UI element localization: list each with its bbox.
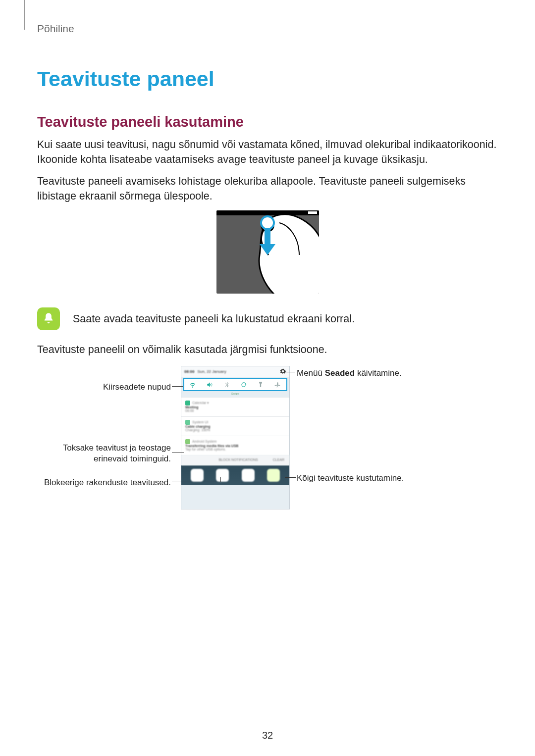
notif-app: Android System xyxy=(192,440,216,443)
swipe-down-arrow-icon xyxy=(260,215,275,256)
battery-icon xyxy=(185,420,190,425)
notif-app: System UI xyxy=(192,420,208,424)
status-time: 08:00 xyxy=(184,369,194,374)
leader-line xyxy=(172,482,220,482)
notif-title: Cable charging xyxy=(185,425,285,428)
leader-line xyxy=(172,386,183,387)
breadcrumb: Põhiline xyxy=(37,23,498,35)
play-store-icon[interactable] xyxy=(242,469,255,482)
paragraph-3: Teavituste paneelil on võimalik kasutada… xyxy=(37,342,498,357)
callout-bold: Seaded xyxy=(325,368,355,378)
qs-sublabel: Swipe xyxy=(181,391,289,397)
notif-sub: Tap for other USB options. xyxy=(185,448,285,451)
page-title: Teavituste paneel xyxy=(37,67,498,91)
leader-line xyxy=(285,477,296,478)
android-icon xyxy=(185,439,190,444)
figure-swipe-down xyxy=(37,210,498,294)
wifi-icon[interactable] xyxy=(189,381,196,388)
paragraph-1: Kui saate uusi teavitusi, nagu sõnumid v… xyxy=(37,137,498,167)
notif-app: Calendar xyxy=(192,401,206,404)
quick-settings-row[interactable] xyxy=(183,378,287,391)
note-row: Saate avada teavituste paneeli ka lukust… xyxy=(37,307,498,330)
callout-post: käivitamine. xyxy=(355,368,401,378)
figure-notification-panel: 08:00 Sun, 22 January Swipe Calendar ▾ M… xyxy=(37,366,498,529)
calendar-icon xyxy=(185,401,190,405)
notification-item-1[interactable]: Calendar ▾ Meeting 08:00 xyxy=(181,397,289,416)
callout-settings-menu: Menüü Seaded käivitamine. xyxy=(297,368,402,378)
notif-sub: 08:00 xyxy=(185,409,285,412)
note-text: Saate avada teavituste paneeli ka lukust… xyxy=(73,313,355,325)
notification-item-2[interactable]: System UI Cable charging Charging: 100% xyxy=(181,416,289,436)
clear-notifications-button[interactable]: CLEAR xyxy=(273,458,284,461)
browser-app-icon[interactable] xyxy=(216,469,229,482)
notification-item-3[interactable]: Android System Transferring media files … xyxy=(181,436,289,455)
gear-icon[interactable] xyxy=(279,368,286,376)
mail-app-icon[interactable] xyxy=(191,469,204,482)
phone-dock xyxy=(181,465,289,485)
hand-icon xyxy=(245,210,319,294)
notif-title: Transferring media files via USB xyxy=(185,444,285,448)
leader-line xyxy=(286,372,295,372)
callout-quick-settings: Kiirseadete nupud xyxy=(37,382,171,392)
top-rule-decoration xyxy=(24,0,25,30)
callout-line: Toksake teavitust ja teostage xyxy=(63,443,171,453)
status-date: Sun, 22 January xyxy=(197,369,226,374)
rotation-icon[interactable] xyxy=(240,381,247,388)
notif-sub: Charging: 100% xyxy=(185,428,285,432)
section-title: Teavituste paneeli kasutamine xyxy=(37,114,498,130)
callout-pre: Menüü xyxy=(297,368,325,378)
notification-actions-row: BLOCK NOTIFICATIONS CLEAR xyxy=(181,455,289,465)
apps-drawer-icon[interactable] xyxy=(267,469,280,482)
airplane-icon[interactable] xyxy=(274,381,281,388)
bluetooth-icon[interactable] xyxy=(223,381,230,388)
page: Põhiline Teavituste paneel Teavituste pa… xyxy=(0,0,535,529)
sound-icon[interactable] xyxy=(206,381,213,388)
phone-statusbar: 08:00 Sun, 22 January xyxy=(181,366,289,377)
callout-line: erinevaid toiminguid. xyxy=(94,454,171,463)
callout-tap-notification: Toksake teavitust ja teostage erinevaid … xyxy=(37,443,171,464)
block-notifications-button[interactable]: BLOCK NOTIFICATIONS xyxy=(218,458,258,461)
leader-line xyxy=(172,453,184,453)
paragraph-2: Teavituste paneeli avamiseks lohistage o… xyxy=(37,174,498,203)
leader-line xyxy=(220,477,221,482)
callout-clear-all: Kõigi teavituste kustutamine. xyxy=(297,473,404,483)
bell-note-icon xyxy=(37,307,60,330)
callout-block-notifications: Blokeerige rakenduste teavitused. xyxy=(37,477,171,488)
flashlight-icon[interactable] xyxy=(257,381,264,388)
phone-screenshot: 08:00 Sun, 22 January Swipe Calendar ▾ M… xyxy=(181,366,290,509)
phone-gesture-illustration xyxy=(216,210,319,294)
page-number: 32 xyxy=(0,730,535,741)
notif-title: Meeting xyxy=(185,405,285,409)
